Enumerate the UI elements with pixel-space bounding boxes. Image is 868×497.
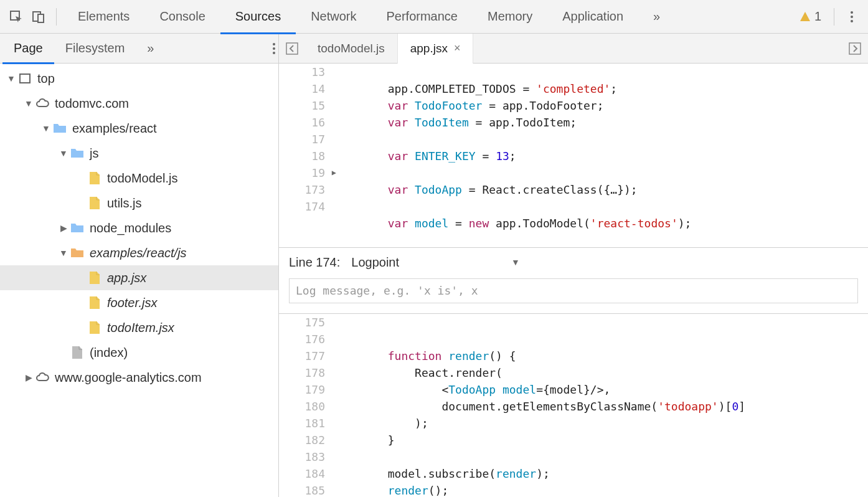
navigator-tab-page[interactable]: Page — [2, 34, 54, 64]
file-gray-icon — [70, 345, 85, 360]
tree-item-label: todoModel.js — [107, 171, 177, 186]
tree-item[interactable]: app.jsx — [0, 265, 278, 290]
device-toggle-icon[interactable] — [27, 6, 50, 28]
navigator-tabs: Page Filesystem » — [0, 34, 278, 64]
editor-tab-label: app.jsx — [410, 42, 448, 55]
devtools-top-tabs: Elements Console Sources Network Perform… — [0, 0, 868, 34]
disclosure-icon[interactable]: ▶ — [59, 223, 68, 233]
disclosure-icon[interactable]: ▼ — [24, 98, 34, 108]
tree-item[interactable]: ▼todomvc.com — [0, 91, 278, 116]
close-icon[interactable]: × — [454, 42, 461, 55]
tree-item-label: js — [90, 146, 98, 161]
breakpoint-type-select[interactable]: Logpoint ▼ — [351, 255, 520, 271]
tab-memory[interactable]: Memory — [473, 0, 547, 34]
frame-icon — [17, 71, 32, 86]
disclosure-icon[interactable]: ▼ — [41, 123, 51, 133]
svg-point-6 — [273, 43, 275, 45]
cloud-icon — [35, 370, 50, 385]
editor-tab-app[interactable]: app.jsx × — [398, 34, 474, 64]
tree-item[interactable]: footer.jsx — [0, 290, 278, 315]
folder-blue-icon — [70, 220, 85, 235]
svg-rect-10 — [286, 43, 298, 54]
tree-item-label: www.google-analytics.com — [55, 371, 202, 385]
logpoint-header: Line 174: Logpoint ▼ — [289, 255, 858, 271]
tree-item-label: top — [37, 72, 55, 86]
file-yellow-icon — [87, 171, 102, 186]
code-editor[interactable]: 13141516171819▶173174 app.COMPLETED_TODO… — [279, 64, 868, 247]
tab-elements[interactable]: Elements — [63, 0, 144, 34]
logpoint-line-label: Line 174: — [289, 255, 340, 270]
file-yellow-icon — [87, 196, 102, 211]
svg-point-8 — [273, 52, 275, 54]
navigator-sidebar: Page Filesystem » ▼top▼todomvc.com▼examp… — [0, 34, 279, 497]
code-content[interactable]: app.COMPLETED_TODOS = 'completed'; var T… — [334, 64, 868, 247]
logpoint-message-input[interactable] — [289, 278, 858, 303]
nav-back-icon[interactable] — [279, 42, 305, 55]
divider — [834, 8, 834, 26]
navigator-tab-filesystem[interactable]: Filesystem — [54, 34, 136, 64]
file-yellow-icon — [87, 295, 102, 310]
disclosure-icon[interactable]: ▼ — [59, 248, 68, 258]
warnings-count: 1 — [814, 9, 821, 24]
file-tree: ▼top▼todomvc.com▼examples/react▼jstodoMo… — [0, 64, 278, 497]
chevron-down-icon: ▼ — [511, 257, 520, 267]
tree-item[interactable]: utils.js — [0, 191, 278, 215]
tab-console[interactable]: Console — [144, 0, 220, 34]
svg-point-4 — [851, 16, 853, 18]
tree-item-label: examples/react — [72, 121, 157, 136]
tab-application[interactable]: Application — [547, 0, 638, 34]
line-gutter[interactable]: 13141516171819▶173174 — [279, 64, 334, 247]
main-split: Page Filesystem » ▼top▼todomvc.com▼examp… — [0, 34, 868, 497]
editor-tab-todomodel[interactable]: todoModel.js — [305, 34, 398, 64]
fold-icon[interactable]: ▶ — [332, 164, 336, 181]
line-gutter[interactable]: 175176177178179180181182183184185186 — [279, 314, 334, 498]
editor-tab-label: todoModel.js — [318, 42, 385, 55]
disclosure-icon[interactable]: ▼ — [6, 73, 16, 83]
tree-item-label: todomvc.com — [55, 97, 129, 111]
tab-sources[interactable]: Sources — [220, 0, 296, 34]
disclosure-icon[interactable]: ▼ — [59, 148, 68, 158]
inspect-icon[interactable] — [5, 6, 27, 28]
navigator-kebab-icon[interactable] — [272, 42, 276, 55]
code-content[interactable]: function render() { React.render( <TodoA… — [334, 314, 868, 498]
warning-icon — [800, 11, 811, 22]
tree-item[interactable]: todoItem.jsx — [0, 315, 278, 340]
show-debugger-icon[interactable] — [842, 42, 868, 55]
file-yellow-icon — [87, 270, 102, 285]
tree-item[interactable]: ▶www.google-analytics.com — [0, 365, 278, 390]
navigator-tab-overflow[interactable]: » — [136, 34, 165, 64]
breakpoint-type-value: Logpoint — [351, 255, 399, 270]
tree-item[interactable]: ▶node_modules — [0, 215, 278, 240]
code-editor-lower[interactable]: 175176177178179180181182183184185186 fun… — [279, 314, 868, 498]
svg-rect-9 — [20, 74, 30, 83]
folder-blue-icon — [52, 121, 67, 136]
svg-rect-2 — [38, 14, 44, 22]
tree-item-label: node_modules — [90, 221, 171, 235]
warnings-badge[interactable]: 1 — [793, 9, 828, 24]
cloud-icon — [35, 96, 50, 111]
tree-item[interactable]: ▼js — [0, 141, 278, 166]
folder-blue-icon — [70, 146, 85, 161]
editor-tabs: todoModel.js app.jsx × — [279, 34, 868, 64]
file-yellow-icon — [87, 320, 102, 335]
tree-item[interactable]: todoModel.js — [0, 166, 278, 191]
svg-point-5 — [851, 20, 853, 22]
tree-item-label: todoItem.jsx — [107, 321, 174, 335]
tree-item-label: footer.jsx — [107, 296, 157, 310]
tab-performance[interactable]: Performance — [372, 0, 473, 34]
tree-item[interactable]: (index) — [0, 340, 278, 365]
kebab-menu-icon[interactable] — [841, 6, 863, 28]
disclosure-icon[interactable]: ▶ — [24, 372, 34, 382]
tree-item-label: utils.js — [107, 196, 142, 211]
logpoint-panel: Line 174: Logpoint ▼ — [279, 247, 868, 314]
tree-item[interactable]: ▼examples/react/js — [0, 240, 278, 265]
divider — [56, 8, 57, 26]
tree-item-label: examples/react/js — [90, 246, 187, 260]
tree-item[interactable]: ▼examples/react — [0, 116, 278, 141]
svg-point-7 — [273, 47, 275, 50]
tree-item[interactable]: ▼top — [0, 66, 278, 91]
tree-item-label: (index) — [90, 346, 128, 360]
tab-network[interactable]: Network — [296, 0, 371, 34]
tree-item-label: app.jsx — [107, 271, 146, 285]
tabs-overflow[interactable]: » — [638, 0, 675, 34]
